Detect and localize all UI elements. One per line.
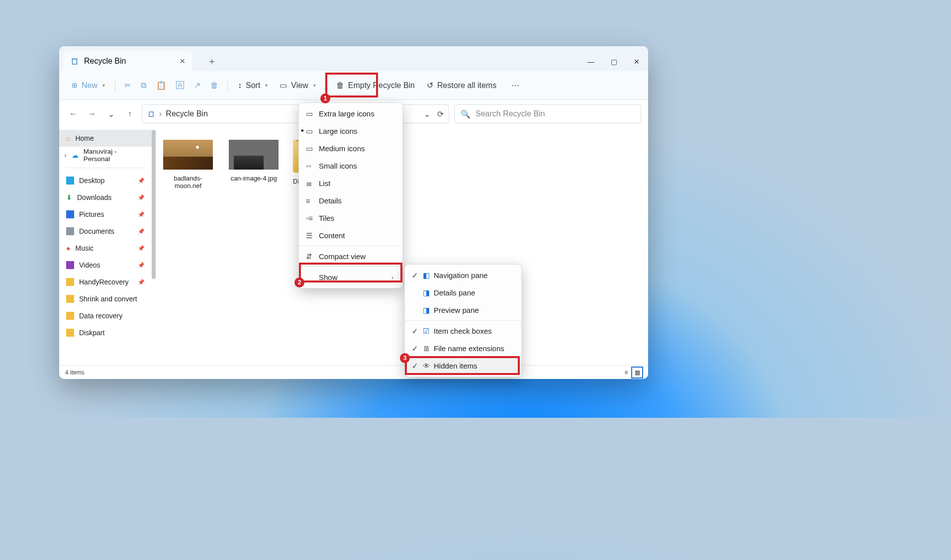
menu-item-tiles[interactable]: ▫≡Tiles bbox=[299, 209, 402, 227]
callout-box-2 bbox=[299, 263, 402, 282]
sidebar-item-desktop[interactable]: Desktop📌 bbox=[59, 172, 152, 189]
new-button[interactable]: ⊕ New ▾ bbox=[66, 78, 110, 93]
view-toggle-group: ≡ ▦ bbox=[621, 368, 642, 377]
recent-locations-button[interactable]: ⌄ bbox=[104, 107, 118, 121]
desktop-icon bbox=[66, 177, 74, 185]
sidebar-item-shrink[interactable]: Shrink and convert bbox=[59, 290, 152, 307]
icons-view-toggle[interactable]: ▦ bbox=[632, 368, 642, 377]
plus-circle-icon: ⊕ bbox=[71, 81, 78, 90]
menu-item-small-icons[interactable]: ▫▫Small icons bbox=[299, 157, 402, 175]
cut-button[interactable]: ✂ bbox=[120, 78, 135, 93]
search-icon: 🔍 bbox=[461, 109, 471, 119]
compact-icon: ⇵ bbox=[306, 252, 315, 261]
view-button[interactable]: ▭ View ▾ bbox=[275, 78, 320, 93]
home-icon: ⌂ bbox=[66, 134, 70, 142]
view-dropdown-menu: ▭Extra large icons •▭Large icons ▭Medium… bbox=[298, 102, 403, 288]
back-button[interactable]: ← bbox=[66, 107, 80, 121]
up-button[interactable]: ↑ bbox=[123, 107, 137, 121]
large-icons-icon: ▭ bbox=[306, 127, 315, 136]
menu-item-medium-icons[interactable]: ▭Medium icons bbox=[299, 140, 402, 157]
extra-large-icons-icon: ▭ bbox=[306, 109, 315, 118]
sidebar-item-diskpart[interactable]: Diskpart bbox=[59, 324, 152, 341]
view-icon: ▭ bbox=[280, 81, 287, 90]
folder-icon bbox=[66, 329, 74, 337]
sort-button[interactable]: ↕ Sort ▾ bbox=[233, 78, 273, 93]
close-button[interactable]: ✕ bbox=[625, 52, 648, 71]
status-bar: 4 items ≡ ▦ bbox=[59, 365, 648, 379]
file-item[interactable]: can-image-4.jpg bbox=[227, 140, 280, 189]
restore-icon: ↺ bbox=[427, 81, 433, 90]
menu-item-file-extensions[interactable]: ✓🗎File name extensions bbox=[405, 340, 521, 357]
check-icon: ✓ bbox=[412, 271, 419, 280]
titlebar: Recycle Bin ✕ ＋ — ▢ ✕ bbox=[59, 46, 648, 71]
maximize-button[interactable]: ▢ bbox=[602, 52, 625, 71]
sidebar-item-onedrive[interactable]: › ☁ Manuviraj - Personal bbox=[59, 147, 152, 164]
svg-rect-1 bbox=[149, 112, 153, 116]
videos-icon bbox=[66, 261, 74, 269]
medium-icons-icon: ▭ bbox=[306, 144, 315, 153]
small-icons-icon: ▫▫ bbox=[306, 162, 315, 170]
tab-recycle-bin[interactable]: Recycle Bin ✕ bbox=[63, 51, 192, 71]
sidebar-item-handyrecovery[interactable]: HandyRecovery📌 bbox=[59, 274, 152, 290]
minimize-button[interactable]: — bbox=[579, 52, 602, 71]
callout-badge-3: 3 bbox=[400, 353, 410, 363]
window-controls: — ▢ ✕ bbox=[579, 52, 648, 71]
address-bar[interactable]: › Recycle Bin ⌄ ⟳ bbox=[142, 104, 449, 123]
delete-button[interactable]: 🗑 bbox=[206, 78, 222, 93]
add-tab-button[interactable]: ＋ bbox=[202, 51, 221, 71]
menu-item-details-pane[interactable]: ◨Details pane bbox=[405, 284, 521, 301]
sidebar-item-home[interactable]: ⌂ Home bbox=[59, 130, 152, 147]
bullet-icon: • bbox=[300, 126, 305, 136]
menu-item-navigation-pane[interactable]: ✓◧Navigation pane bbox=[405, 267, 521, 284]
folder-icon bbox=[66, 295, 74, 303]
list-icon: ≣ bbox=[306, 179, 315, 188]
rename-button[interactable]: 🄰 bbox=[172, 78, 188, 93]
sidebar-item-pictures[interactable]: Pictures📌 bbox=[59, 206, 152, 223]
folder-icon bbox=[66, 312, 74, 320]
copy-button[interactable]: ⧉ bbox=[137, 78, 150, 93]
pictures-icon bbox=[66, 210, 74, 218]
sidebar-item-downloads[interactable]: ⬇Downloads📌 bbox=[59, 189, 152, 206]
svg-rect-0 bbox=[73, 59, 77, 65]
more-button[interactable]: ⋯ bbox=[506, 78, 524, 93]
documents-icon bbox=[66, 227, 74, 235]
sidebar-item-documents[interactable]: Documents📌 bbox=[59, 223, 152, 240]
separator bbox=[115, 79, 115, 92]
file-name: badlands-moon.nef bbox=[162, 175, 214, 189]
file-thumbnail bbox=[163, 140, 213, 170]
sidebar-item-music[interactable]: ●Music📌 bbox=[59, 240, 152, 257]
menu-item-large-icons[interactable]: •▭Large icons bbox=[299, 122, 402, 140]
menu-item-content[interactable]: ☰Content bbox=[299, 227, 402, 244]
menu-item-check-boxes[interactable]: ✓☑Item check boxes bbox=[405, 322, 521, 340]
paste-button[interactable]: 📋 bbox=[152, 78, 170, 93]
forward-button[interactable]: → bbox=[85, 107, 99, 121]
sort-icon: ↕ bbox=[238, 81, 242, 90]
music-icon: ● bbox=[66, 244, 70, 252]
pin-icon: 📌 bbox=[138, 228, 145, 235]
sidebar-item-videos[interactable]: Videos📌 bbox=[59, 257, 152, 274]
share-button[interactable]: ↗ bbox=[190, 78, 204, 93]
menu-item-details[interactable]: ≡Details bbox=[299, 192, 402, 209]
details-view-toggle[interactable]: ≡ bbox=[621, 368, 631, 377]
close-tab-icon[interactable]: ✕ bbox=[180, 57, 186, 65]
chevron-down-icon[interactable]: ⌄ bbox=[424, 109, 430, 119]
restore-label: Restore all items bbox=[437, 81, 496, 90]
check-icon: ✓ bbox=[412, 327, 419, 336]
chevron-right-icon[interactable]: › bbox=[64, 151, 67, 159]
pin-icon: 📌 bbox=[138, 262, 145, 269]
callout-box-1 bbox=[325, 73, 378, 97]
pin-icon: 📌 bbox=[138, 279, 145, 285]
tiles-icon: ▫≡ bbox=[306, 214, 315, 222]
restore-all-button[interactable]: ↺ Restore all items bbox=[422, 78, 501, 93]
menu-item-list[interactable]: ≣List bbox=[299, 175, 402, 192]
crumb-location[interactable]: Recycle Bin bbox=[166, 109, 207, 118]
search-box[interactable]: 🔍 Search Recycle Bin bbox=[454, 104, 641, 123]
item-count: 4 items bbox=[65, 369, 85, 376]
refresh-button[interactable]: ⟳ bbox=[437, 109, 444, 119]
check-icon: ✓ bbox=[412, 344, 419, 353]
sidebar-item-datarecovery[interactable]: Data recovery bbox=[59, 307, 152, 324]
menu-item-preview-pane[interactable]: ◨Preview pane bbox=[405, 301, 521, 319]
chevron-down-icon: ▾ bbox=[102, 83, 105, 88]
menu-item-extra-large-icons[interactable]: ▭Extra large icons bbox=[299, 105, 402, 122]
file-item[interactable]: badlands-moon.nef bbox=[162, 140, 214, 189]
